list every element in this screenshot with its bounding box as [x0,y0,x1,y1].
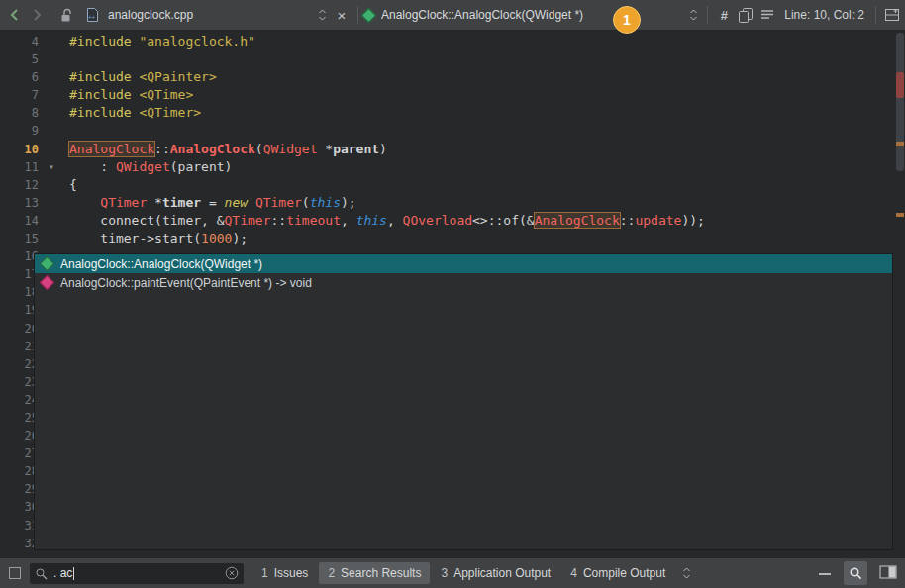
search-icon [35,567,48,580]
minimize-pane-button[interactable] [818,566,832,580]
line-number[interactable]: 10 [0,141,44,158]
split-editor-button[interactable] [881,4,903,26]
line-number[interactable]: 13 [0,194,44,212]
locator-result-item[interactable]: AnalogClock::paintEvent(QPaintEvent *) -… [35,273,892,292]
pane-label: Application Output [453,566,551,580]
code-text: #include <QTimer> [59,104,201,122]
fold-column [44,212,59,230]
hash-annotations-button[interactable]: # [713,4,735,26]
search-pane-button[interactable] [844,561,867,585]
open-document-dropdown[interactable]: ++ analogclock.cpp [85,3,331,27]
back-icon [8,8,22,22]
fold-column [44,33,59,50]
toggle-right-sidebar-button[interactable] [879,565,897,582]
line-number[interactable]: 8 [0,104,44,122]
status-bar: . ac 1Issues2Search Results3Application … [0,557,905,588]
forward-icon [30,8,44,22]
result-label: AnalogClock::AnalogClock(QWidget *) [60,257,262,271]
output-pane-search-results[interactable]: 2Search Results [319,562,430,584]
code-line-11[interactable]: 11▾ : QWidget(parent) [0,158,905,176]
code-text [59,50,69,68]
output-pane-menu-button[interactable] [675,562,697,584]
line-number[interactable]: 14 [0,212,44,230]
callout-badge-1: 1 [613,6,641,34]
code-text: connect(timer, &QTimer::timeout, this, Q… [59,212,705,230]
line-number[interactable]: 4 [0,33,44,50]
fold-column [44,194,59,212]
pane-label: Issues [274,566,309,580]
code-text: timer->start(1000); [59,230,248,247]
pane-label: Compile Output [583,566,665,580]
lock-button[interactable] [55,4,77,26]
code-line-13[interactable]: 13 QTimer *timer = new QTimer(this); [0,194,905,212]
toolbar-separator [875,6,876,24]
locator-input[interactable]: . ac [30,563,244,584]
line-number[interactable]: 15 [0,230,44,247]
split-pane-icon [879,565,897,579]
symbol-dropdown[interactable]: AnalogClock::AnalogClock(QWidget *) [363,3,702,27]
code-line-9[interactable]: 9 [0,122,905,140]
code-line-5[interactable]: 5 [0,50,905,68]
progress-indicator-button[interactable] [8,566,22,580]
occurrence-marker [896,213,904,217]
text-caret [73,567,74,580]
code-line-8[interactable]: 8#include <QTimer> [0,104,905,122]
code-line-6[interactable]: 6#include <QPainter> [0,68,905,86]
result-label: AnalogClock::paintEvent(QPaintEvent *) -… [60,276,312,290]
chevron-up-down-icon[interactable] [318,8,331,22]
scrollbar-handle[interactable] [896,33,904,171]
protected-method-icon [40,275,55,291]
file-name: analogclock.cpp [108,8,193,22]
back-button[interactable] [4,4,26,26]
code-line-15[interactable]: 15 timer->start(1000); [0,230,905,247]
code-line-14[interactable]: 14 connect(timer, &QTimer::timeout, this… [0,212,905,230]
toolbar-separator [357,6,358,24]
line-number[interactable]: 7 [0,86,44,104]
line-number[interactable]: 12 [0,176,44,194]
pane-number: 2 [328,566,335,580]
code-line-10[interactable]: 10AnalogClock::AnalogClock(QWidget *pare… [0,141,905,158]
annotations-button[interactable] [756,4,778,26]
code-line-4[interactable]: 4#include "analogclock.h" [0,33,905,50]
method-icon [361,7,377,23]
editor-scrollbar[interactable] [895,31,905,558]
line-number[interactable]: 6 [0,68,44,86]
cursor-position: Line: 10, Col: 2 [784,8,864,22]
output-pane-application-output[interactable]: 3Application Output [432,562,559,584]
output-pane-compile-output[interactable]: 4Compile Output [561,562,674,584]
circle-x-icon [225,566,239,580]
fold-column [44,86,59,104]
code-line-7[interactable]: 7#include <QTime> [0,86,905,104]
fold-marker-icon[interactable]: ▾ [44,158,59,176]
code-text: #include <QTime> [59,86,193,104]
line-number[interactable]: 11 [0,158,44,176]
current-symbol: AnalogClock::AnalogClock(QWidget *) [381,8,583,22]
minus-icon [818,571,832,577]
output-pane-issues[interactable]: 1Issues [252,562,317,584]
locator-results-list: AnalogClock::AnalogClock(QWidget *)Analo… [35,254,892,292]
fold-column [44,122,59,140]
occurrence-marker [896,142,904,146]
code-text: QTimer *timer = new QTimer(this); [59,194,356,212]
copy-button[interactable] [735,4,756,26]
fold-column [44,176,59,194]
pane-number: 3 [441,566,448,580]
code-text: #include <QPainter> [59,68,217,86]
output-pane-buttons: 1Issues2Search Results3Application Outpu… [251,562,675,584]
cpp-file-icon: ++ [85,7,100,23]
code-text [59,122,69,140]
locator-result-item[interactable]: AnalogClock::AnalogClock(QWidget *) [35,254,892,273]
forward-button[interactable] [26,4,48,26]
line-number[interactable]: 5 [0,50,44,68]
line-number[interactable]: 9 [0,122,44,140]
copy-icon [738,7,754,23]
pane-label: Search Results [341,566,421,580]
code-line-12[interactable]: 12{ [0,176,905,194]
clear-locator-button[interactable] [225,566,239,580]
fold-column [44,141,59,158]
fold-column [44,104,59,122]
pane-number: 4 [570,566,577,580]
close-document-button[interactable]: × [331,4,352,26]
fold-column [44,50,59,68]
chevron-up-down-icon[interactable] [689,8,702,22]
